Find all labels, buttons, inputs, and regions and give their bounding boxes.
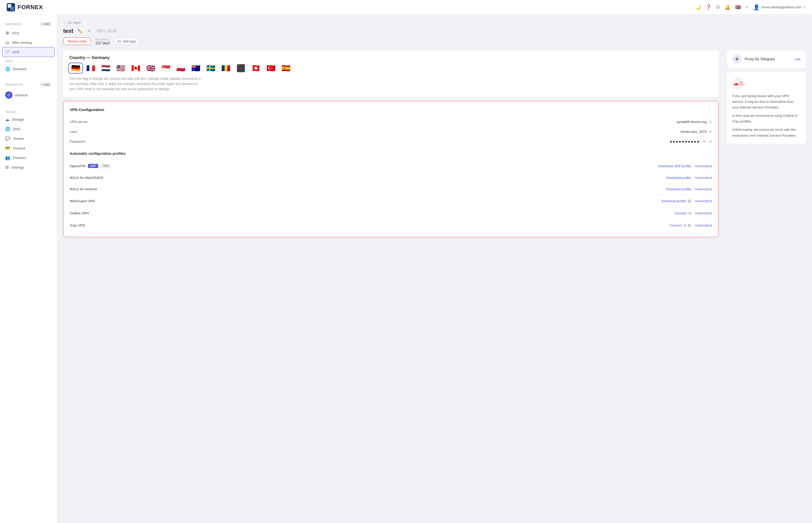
flag-item-0[interactable]: 🇩🇪	[69, 64, 82, 72]
services-label: SERVICES	[5, 22, 21, 25]
xray-actions: Connect ⧉ ⊞ · Instructions	[669, 223, 712, 228]
outline-copy-icon[interactable]: ⧉	[688, 211, 691, 215]
moon-icon[interactable]: 🌙	[695, 4, 701, 10]
ikev2-android-download-link[interactable]: Download profile	[666, 187, 691, 191]
sidebar-item-settings[interactable]: ⚙ Settings	[0, 163, 57, 172]
sidebar-item-vps[interactable]: 🖥 VPS	[0, 29, 57, 38]
settings-sidebar-icon: ⚙	[5, 165, 9, 170]
projects-add-button[interactable]: + Add	[39, 82, 52, 87]
bell-icon[interactable]: 🔔	[725, 4, 730, 10]
help-icon[interactable]: ❓	[706, 4, 711, 10]
vpn-server-copy-button[interactable]: ⧉	[709, 119, 712, 125]
flag-item-12[interactable]: 🇨🇭	[250, 64, 262, 72]
services-add-button[interactable]: + Add	[39, 22, 52, 26]
flag-item-8[interactable]: 🇦🇺	[190, 64, 202, 72]
outline-instructions-link[interactable]: Instructions	[695, 211, 712, 215]
sidebar-item-tickets[interactable]: 💬 Tickets	[0, 134, 57, 143]
flag-item-10[interactable]: 🇷🇴	[220, 64, 232, 72]
vpn-server-value-group: vpnde05.fornex.org ⧉	[676, 119, 712, 125]
wireguard-actions: Download profile ⊞ · Instructions	[661, 199, 712, 203]
protocol-name-wireguard: WireGuard VPN	[70, 199, 95, 203]
openvpn-udp-badge[interactable]: UDP	[88, 164, 98, 168]
user-menu[interactable]: 👤 fornex.testing@yahoo.com ▼	[753, 4, 806, 10]
vpn-config-more-button[interactable]: ⋮	[707, 106, 712, 113]
xray-instructions-link[interactable]: Instructions	[695, 223, 712, 227]
sidebar-item-domains[interactable]: 🌐 Domains	[0, 64, 57, 74]
list-button[interactable]: ≡	[87, 28, 91, 34]
logo-text: FORNEX	[18, 4, 43, 11]
back-link[interactable]: ← Go back	[63, 21, 806, 24]
country-hint: Click the flag to change the country and…	[69, 76, 204, 92]
vpn-password-copy-button[interactable]: ⧉	[709, 139, 712, 144]
openvpn-download-link[interactable]: Download UDP profile	[658, 164, 691, 168]
vpn-user-copy-button[interactable]: ⧉	[709, 129, 712, 134]
sidebar-item-tickets-label: Tickets	[13, 137, 24, 141]
flag-item-2[interactable]: 🇳🇱	[100, 64, 112, 72]
flag-item-9[interactable]: 🇸🇪	[204, 64, 217, 72]
auto-config-section: Automatic configuration profiles OpenVPN…	[70, 151, 712, 232]
vpn-password-row: Password: ●●●●●●●●●● 👁 ⧉	[70, 137, 712, 146]
wireguard-download-link[interactable]: Download profile	[661, 199, 686, 203]
openvpn-label: OpenVPN	[70, 164, 86, 168]
wireguard-instructions-link[interactable]: Instructions	[695, 199, 712, 203]
sidebar-item-dns[interactable]: 🌐 DNS	[0, 124, 57, 134]
protocol-row-wireguard: WireGuard VPN Download profile ⊞ · Instr…	[70, 195, 712, 207]
proxy-name: Proxy for Telegram	[745, 57, 775, 61]
sidebar-item-storage[interactable]: ☁ Storage	[0, 115, 57, 124]
openvpn-instructions-link[interactable]: Instructions	[695, 164, 712, 168]
vpn-user-value-group: fornex.test_1674 ⧉	[681, 129, 712, 134]
vps-icon: 🖥	[5, 31, 9, 35]
vpn-password-label: Password:	[70, 140, 86, 143]
sidebar-item-finance[interactable]: 💳 Finance	[0, 143, 57, 153]
add-tags-label: Add tags	[123, 39, 136, 43]
flag-item-11[interactable]: ⬛	[235, 64, 247, 72]
flag-item-5[interactable]: 🇬🇧	[144, 64, 157, 72]
outline-connect-link[interactable]: Connect	[674, 211, 687, 215]
flag-item-6[interactable]: 🇸🇬	[160, 64, 172, 72]
tickets-icon: 💬	[5, 136, 10, 141]
country-section: Country — Germany 🇩🇪🇫🇷🇳🇱🇺🇸🇨🇦🇬🇧🇸🇬🇵🇱🇦🇺🇸🇪🇷🇴…	[63, 50, 719, 97]
protocol-row-outline: Outline VPN Connect ⧉ · Instructions	[70, 207, 712, 219]
content-main: Country — Germany 🇩🇪🇫🇷🇳🇱🇺🇸🇨🇦🇬🇧🇸🇬🇵🇱🇦🇺🇸🇪🇷🇴…	[63, 50, 719, 237]
settings-icon[interactable]: ⚙	[716, 4, 720, 10]
auto-config-title: Automatic configuration profiles	[70, 151, 712, 156]
flag-item-1[interactable]: 🇫🇷	[85, 64, 97, 72]
sidebar-item-dns-label: DNS	[13, 127, 20, 131]
flag-item-4[interactable]: 🇨🇦	[129, 64, 142, 72]
sidebar-item-partners[interactable]: 👥 Partners	[0, 153, 57, 163]
add-tags-button[interactable]: 🏷 Add tags	[114, 38, 139, 45]
wireguard-qr-icon[interactable]: ⊞	[688, 199, 691, 203]
sidebar-divider-2	[0, 104, 57, 104]
flag-item-7[interactable]: 🇵🇱	[175, 64, 187, 72]
xray-qr-icon[interactable]: ⊞	[688, 223, 691, 228]
order-id: #301-1674	[96, 29, 116, 33]
openvpn-tcp-badge[interactable]: TCP	[101, 164, 111, 168]
chevron-down-icon: ▼	[745, 5, 748, 9]
back-label: Go back	[68, 21, 80, 24]
flag-item-14[interactable]: 🇪🇸	[279, 64, 292, 72]
vpn-user-label: User:	[70, 130, 78, 133]
vpn-password-toggle-button[interactable]: 👁	[702, 139, 707, 144]
sidebar-project-general[interactable]: G General	[0, 89, 57, 101]
flag-item-3[interactable]: 🇺🇸	[114, 64, 127, 72]
back-arrow-icon: ←	[63, 21, 67, 24]
sidebar-item-web-hosting[interactable]: 🗂 Web Hosting	[0, 38, 57, 47]
proxy-use-button[interactable]: Use	[795, 57, 800, 61]
xray-connect-link[interactable]: Connect	[669, 223, 682, 227]
ikev2-mac-download-link[interactable]: Download profile	[666, 176, 691, 180]
project-general-label: General	[15, 93, 28, 97]
flag-item-13[interactable]: 🇹🇷	[265, 64, 277, 72]
edit-button[interactable]: ✏️	[76, 28, 84, 34]
sidebar-item-vpn[interactable]: 🛡 VPN	[2, 47, 55, 57]
sidebar: SERVICES + Add 🖥 VPS 🗂 Web Hosting 🛡 VPN…	[0, 15, 57, 523]
ikev2-mac-instructions-link[interactable]: Instructions	[695, 176, 712, 180]
renew-order-button[interactable]: Renew order	[63, 38, 91, 45]
domains-icon: 🌐	[5, 67, 10, 71]
vpn-password-value-group: ●●●●●●●●●● 👁 ⧉	[670, 139, 712, 144]
ikev2-android-instructions-link[interactable]: Instructions	[695, 187, 712, 191]
svg-rect-2	[10, 7, 14, 10]
logo-icon	[6, 3, 16, 12]
language-flag[interactable]: 🇬🇧	[735, 4, 741, 10]
xray-copy-icon[interactable]: ⧉	[684, 223, 686, 228]
protocol-name-outline: Outline VPN	[70, 211, 89, 215]
